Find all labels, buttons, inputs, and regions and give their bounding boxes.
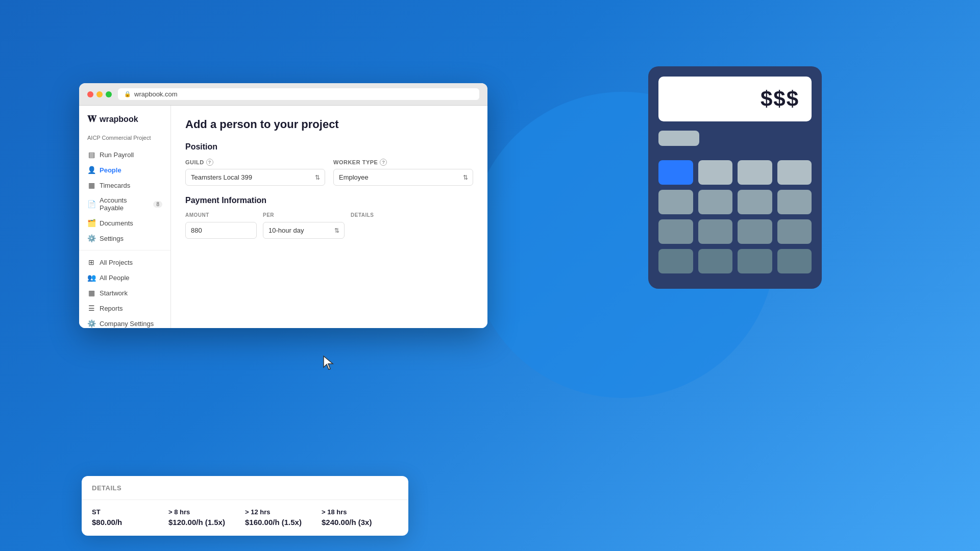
company-settings-label: Company Settings — [100, 320, 154, 328]
sidebar-item-all-people[interactable]: 👥 All People — [79, 270, 170, 285]
sidebar-item-all-projects[interactable]: ⊞ All Projects — [79, 255, 170, 270]
position-section-title: Position — [185, 142, 473, 152]
main-content: Add a person to your project Position Gu… — [171, 106, 487, 328]
payment-table-header: AMOUNT PER DETAILS — [185, 212, 473, 218]
browser-chrome: 🔒 wrapbook.com — [79, 83, 487, 106]
close-dot[interactable] — [87, 91, 93, 97]
sidebar-item-documents[interactable]: 🗂️ Documents — [79, 215, 170, 231]
payment-row: 10-hour day Hour Day Week Flat ⇅ — [185, 222, 473, 239]
details-col-12hrs: > 12 hrs $160.00/h (1.5x) — [245, 508, 322, 527]
reports-label: Reports — [100, 305, 123, 312]
worker-type-select-wrapper: Employee ⇅ — [333, 169, 473, 186]
calc-btn-gm3[interactable] — [738, 190, 772, 214]
calc-btn-gd2[interactable] — [698, 219, 733, 244]
guild-label: Guild ? — [185, 159, 325, 166]
calc-btn-gdr3[interactable] — [738, 249, 772, 273]
wrapbook-logo-icon: 𝐖 — [87, 114, 96, 124]
calc-btn-gdr2[interactable] — [698, 249, 733, 273]
sidebar-item-startwork[interactable]: ▦ Startwork — [79, 285, 170, 300]
calc-row-1 — [658, 160, 812, 185]
calc-wide-btn — [658, 131, 699, 146]
page-title: Add a person to your project — [185, 118, 473, 131]
guild-select-wrapper: Teamsters Local 399 ⇅ — [185, 169, 325, 186]
all-projects-icon: ⊞ — [87, 258, 95, 266]
calc-row-3 — [658, 219, 812, 244]
settings-label: Settings — [100, 235, 124, 242]
sidebar: 𝐖 wrapbook AICP Commercial Project ▤ Run… — [79, 106, 171, 328]
minimize-dot[interactable] — [96, 91, 103, 97]
sidebar-item-settings[interactable]: ⚙️ Settings — [79, 231, 170, 246]
per-select-wrapper: 10-hour day Hour Day Week Flat ⇅ — [263, 222, 345, 239]
per-select[interactable]: 10-hour day Hour Day Week Flat — [263, 222, 345, 239]
guild-form-group: Guild ? Teamsters Local 399 ⇅ — [185, 159, 325, 186]
calc-btn-gm2[interactable] — [698, 190, 733, 214]
run-payroll-label: Run Payroll — [100, 151, 134, 159]
worker-type-select[interactable]: Employee — [333, 169, 473, 186]
payment-section: Payment Information AMOUNT PER DETAILS 1… — [185, 196, 473, 239]
details-column-header: DETAILS — [351, 212, 473, 218]
maximize-dot[interactable] — [106, 91, 112, 97]
calc-btn-gd4[interactable] — [777, 219, 812, 244]
details-col-8hrs: > 8 hrs $120.00/h (1.5x) — [168, 508, 245, 527]
company-settings-icon: ⚙️ — [87, 319, 95, 328]
worker-type-help-icon[interactable]: ? — [380, 159, 387, 166]
startwork-label: Startwork — [100, 289, 128, 297]
details-col-st-label: ST — [92, 508, 168, 516]
calc-btn-blue[interactable] — [658, 160, 693, 185]
all-projects-label: All Projects — [100, 259, 133, 266]
calc-btn-gd3[interactable] — [738, 219, 772, 244]
calc-row-4 — [658, 249, 812, 273]
calc-btn-gl2[interactable] — [738, 160, 772, 185]
sidebar-item-timecards[interactable]: ▦ Timecards — [79, 178, 170, 193]
calc-btn-gl1[interactable] — [698, 160, 733, 185]
timecards-label: Timecards — [100, 182, 130, 189]
people-icon: 👤 — [87, 166, 95, 174]
guild-help-icon[interactable]: ? — [206, 159, 213, 166]
sidebar-logo: 𝐖 wrapbook — [79, 114, 170, 133]
details-col-18hrs-value: $240.00/h (3x) — [322, 518, 398, 527]
details-col-st: ST $80.00/h — [92, 508, 168, 527]
documents-icon: 🗂️ — [87, 219, 95, 227]
payment-section-title: Payment Information — [185, 196, 473, 205]
calc-btn-gdr4[interactable] — [777, 249, 812, 273]
worker-type-form-group: Worker type ? Employee ⇅ — [333, 159, 473, 186]
accounts-payable-badge: 8 — [153, 201, 162, 208]
sidebar-item-reports[interactable]: ☰ Reports — [79, 300, 170, 316]
reports-icon: ☰ — [87, 304, 95, 312]
worker-type-label: Worker type ? — [333, 159, 473, 166]
guild-select[interactable]: Teamsters Local 399 — [185, 169, 325, 186]
position-form-row: Guild ? Teamsters Local 399 ⇅ Worker typ… — [185, 159, 473, 186]
sidebar-item-accounts-payable[interactable]: 📄 Accounts Payable 8 — [79, 193, 170, 215]
calc-btn-gl3[interactable] — [777, 160, 812, 185]
address-text: wrapbook.com — [134, 90, 178, 98]
traffic-lights — [87, 91, 112, 97]
details-popup-title: DETAILS — [92, 484, 121, 492]
details-popup-row: ST $80.00/h > 8 hrs $120.00/h (1.5x) > 1… — [82, 500, 408, 536]
all-people-icon: 👥 — [87, 273, 95, 282]
sidebar-item-run-payroll[interactable]: ▤ Run Payroll — [79, 147, 170, 162]
calculator-display: $$$ — [658, 77, 812, 121]
details-col-8hrs-value: $120.00/h (1.5x) — [168, 518, 245, 527]
amount-input[interactable] — [185, 222, 257, 239]
details-col-12hrs-value: $160.00/h (1.5x) — [245, 518, 322, 527]
details-col-12hrs-label: > 12 hrs — [245, 508, 322, 516]
lock-icon: 🔒 — [124, 91, 131, 97]
startwork-icon: ▦ — [87, 289, 95, 297]
sidebar-item-company-settings[interactable]: ⚙️ Company Settings — [79, 316, 170, 328]
documents-label: Documents — [100, 219, 133, 227]
settings-icon: ⚙️ — [87, 234, 95, 242]
browser-window: 🔒 wrapbook.com 𝐖 wrapbook AICP Commercia… — [79, 83, 487, 328]
sidebar-item-people[interactable]: 👤 People — [79, 162, 170, 178]
calc-row-2 — [658, 190, 812, 214]
calculator-widget: $$$ — [648, 66, 822, 289]
calc-btn-gd1[interactable] — [658, 219, 693, 244]
details-popup: DETAILS ST $80.00/h > 8 hrs $120.00/h (1… — [82, 476, 408, 536]
calc-btn-gm4[interactable] — [777, 190, 812, 214]
run-payroll-icon: ▤ — [87, 151, 95, 159]
calc-btn-gdr1[interactable] — [658, 249, 693, 273]
details-popup-header: DETAILS — [82, 476, 408, 500]
address-bar[interactable]: 🔒 wrapbook.com — [118, 88, 479, 100]
accounts-payable-label: Accounts Payable — [100, 196, 149, 212]
calc-btn-gm1[interactable] — [658, 190, 693, 214]
sidebar-divider — [79, 250, 170, 251]
